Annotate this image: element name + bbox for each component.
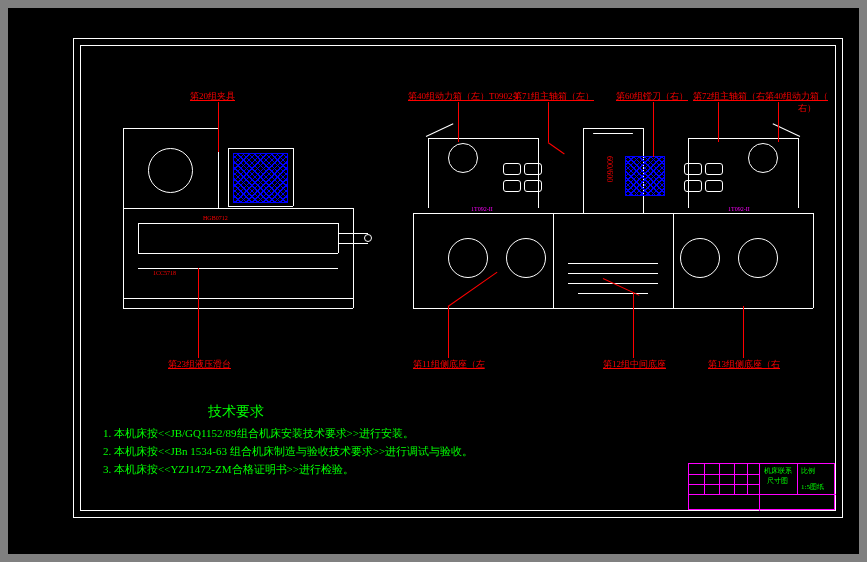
lv-slide-l (138, 223, 139, 253)
leader-72a (718, 102, 719, 142)
lv-fixture (233, 153, 288, 203)
rv-col-t (583, 128, 643, 129)
rv-slot7 (705, 163, 723, 175)
rv-hs-lt (428, 138, 538, 139)
label-12: 第12组中间底座 (603, 358, 666, 371)
rv-hs-rt (688, 138, 798, 139)
lv-slide-b (138, 253, 338, 254)
label-72b: 右） (798, 102, 816, 115)
tb-h1 (689, 474, 759, 475)
lv-fix-b (228, 206, 293, 207)
lv-mid (123, 208, 353, 209)
leader-72b (778, 102, 779, 142)
tb-scale: 比例 (801, 466, 815, 476)
dim-600: 600/600 (605, 156, 614, 182)
lv-base-top (123, 298, 353, 299)
leader-71v (548, 102, 549, 142)
rv-slot4 (524, 180, 542, 192)
right-sub2: 1T092-II (728, 206, 750, 212)
rv-base (413, 308, 813, 309)
rv-c1 (448, 238, 488, 278)
lv-sp-end (364, 234, 372, 242)
left-sub1: 1CC5718 (153, 270, 176, 276)
label-13: 第13组侧底座（右 (708, 358, 780, 371)
tb-v4 (747, 464, 748, 494)
tb-v6 (797, 464, 798, 494)
label-11: 第11组侧底座（左 (413, 358, 485, 371)
req-3: 3. 本机床按<<YZJ1472-ZM合格证明书>>进行检验。 (103, 462, 354, 477)
label-71: 第71组主轴箱（左） (513, 90, 594, 103)
rv-slot2 (503, 180, 521, 192)
tb-v1 (704, 464, 705, 494)
label-60: 第60组镗刀（右） (616, 90, 688, 103)
lv-fix-r (293, 148, 294, 206)
rv-hs-rr (798, 138, 799, 208)
leader-20 (218, 102, 219, 152)
leader-12v (633, 293, 634, 358)
lv-left (123, 128, 124, 308)
lv-sp-t (338, 233, 368, 234)
rv-step1 (568, 263, 658, 264)
rv-ms1 (553, 213, 554, 308)
tb-name: 机床联系 (764, 466, 792, 476)
rv-c2 (506, 238, 546, 278)
rv-c3 (680, 238, 720, 278)
req-2: 2. 本机床按<<JBn 1534-63 组合机床制造与验收技术要求>>进行调试… (103, 444, 473, 459)
lv-fix-t (228, 148, 293, 149)
rv-ms2 (673, 213, 674, 308)
rv-col-arc (593, 133, 633, 134)
titleblock: 机床联系 尺寸图 比例 1:5图纸 (688, 463, 835, 510)
rv-bt (413, 213, 813, 214)
tb-h3 (689, 494, 836, 495)
rv-fixture (625, 156, 665, 196)
rv-slot3 (524, 163, 542, 175)
lv-slide-t (138, 223, 338, 224)
req-1: 1. 本机床按<<JB/GQ1152/89组合机床安装技术要求>>进行安装。 (103, 426, 414, 441)
tb-name2: 尺寸图 (767, 476, 788, 486)
leader-11v (448, 306, 449, 358)
lv-fix-l (228, 148, 229, 206)
lv-right (353, 208, 354, 308)
rv-bl (413, 213, 414, 308)
label-40: 第40组动力箱（左）T0902-I (408, 90, 519, 103)
rv-mc1 (448, 143, 478, 173)
rv-c4 (738, 238, 778, 278)
rv-slot5 (684, 163, 702, 175)
rv-slot6 (684, 180, 702, 192)
lv-top1 (123, 128, 218, 129)
rv-hs-ll (428, 138, 429, 208)
lv-slide-r (338, 223, 339, 253)
rv-slot1 (503, 163, 521, 175)
leader-13 (743, 306, 744, 358)
leader-40 (458, 102, 459, 142)
left-sub2: HGB0712 (203, 215, 228, 221)
label-20: 第20组夹具 (190, 90, 235, 103)
rv-col-l (583, 128, 584, 213)
leader-23 (198, 268, 199, 358)
tb-h2 (689, 484, 759, 485)
req-title: 技术要求 (208, 403, 264, 421)
tb-v5 (759, 464, 760, 511)
cad-canvas[interactable]: 600/600 1CC5718 HGB0712 1T092-II 1T092-I… (8, 8, 859, 554)
tb-v3 (734, 464, 735, 494)
tb-v2 (719, 464, 720, 494)
label-23: 第23组液压滑台 (168, 358, 231, 371)
lv-sp-b (338, 243, 368, 244)
right-sub1: 1T092-II (471, 206, 493, 212)
lv-base-bot (123, 308, 353, 309)
tb-sheet: 1:5图纸 (801, 482, 824, 492)
lv-rail (138, 268, 338, 269)
lv-motor-circle (148, 148, 193, 193)
rv-step2 (568, 273, 658, 274)
leader-60 (653, 102, 654, 157)
rv-mc2 (748, 143, 778, 173)
rv-br (813, 213, 814, 308)
rv-slot8 (705, 180, 723, 192)
